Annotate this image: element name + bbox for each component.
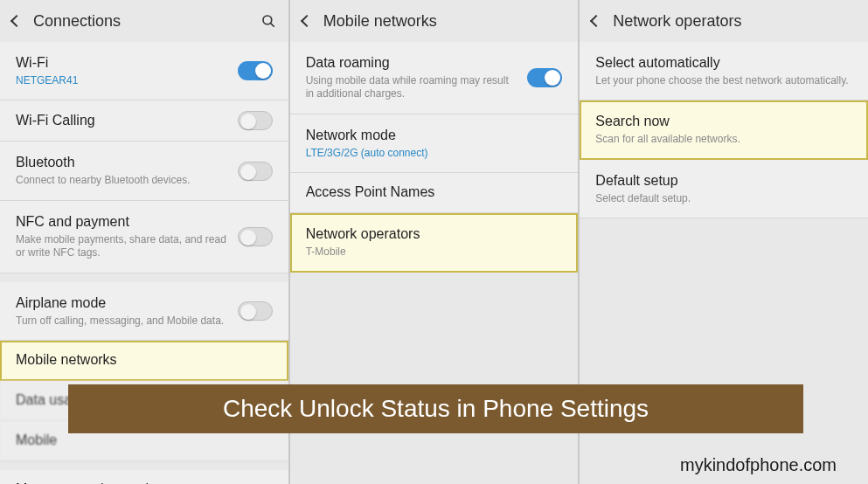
- item-title: Network operators: [306, 225, 563, 244]
- item-network-operators[interactable]: Network operators T-Mobile: [290, 213, 579, 272]
- item-text: Mobile networks: [16, 351, 273, 370]
- item-title: Search now: [595, 113, 852, 131]
- svg-point-0: [263, 16, 272, 24]
- back-icon[interactable]: [590, 15, 602, 27]
- wifi-calling-toggle[interactable]: [238, 111, 273, 130]
- item-title: Wi-Fi Calling: [16, 112, 227, 130]
- item-text: Access Point Names: [306, 183, 563, 202]
- item-sub: LTE/3G/2G (auto connect): [306, 147, 563, 161]
- header-title: Connections: [33, 12, 260, 31]
- header-network-operators: Network operators: [580, 0, 868, 42]
- airplane-toggle[interactable]: [238, 301, 273, 321]
- item-text: Airplane mode Turn off calling, messagin…: [16, 294, 227, 328]
- data-roaming-toggle[interactable]: [527, 68, 562, 87]
- bluetooth-toggle[interactable]: [238, 162, 273, 181]
- svg-line-1: [270, 24, 274, 27]
- item-text: Wi-Fi Calling: [16, 112, 227, 130]
- item-title: Default setup: [595, 172, 852, 190]
- item-default-setup[interactable]: Default setup Select default setup.: [580, 160, 868, 218]
- item-access-point-names[interactable]: Access Point Names: [290, 173, 579, 213]
- item-text: Search now Scan for all available networ…: [595, 113, 852, 146]
- item-title: Mobile: [16, 432, 273, 450]
- item-sub: Scan for all available networks.: [595, 133, 852, 147]
- item-sub: Select default setup.: [595, 192, 852, 206]
- item-title: Airplane mode: [16, 294, 227, 313]
- item-text: Network mode LTE/3G/2G (auto connect): [306, 127, 563, 160]
- item-mobile-networks[interactable]: Mobile networks: [0, 341, 288, 381]
- overlay-banner: Check Unlock Status in Phone Settings: [68, 384, 803, 433]
- header-connections: Connections: [0, 0, 288, 42]
- item-search-now[interactable]: Search now Scan for all available networ…: [580, 100, 868, 159]
- item-sub: Turn off calling, messaging, and Mobile …: [16, 315, 227, 328]
- header-mobile-networks: Mobile networks: [290, 0, 579, 42]
- item-wifi-calling[interactable]: Wi-Fi Calling: [0, 100, 288, 142]
- item-more-connection-settings[interactable]: More connection settings: [0, 470, 288, 484]
- search-icon[interactable]: [260, 13, 276, 29]
- watermark: mykindofphone.com: [680, 455, 837, 475]
- item-network-mode[interactable]: Network mode LTE/3G/2G (auto connect): [290, 114, 579, 173]
- item-title: Bluetooth: [16, 154, 227, 172]
- back-icon[interactable]: [301, 15, 313, 27]
- item-title: NFC and payment: [16, 213, 227, 232]
- item-title: More connection settings: [16, 481, 273, 484]
- item-data-roaming[interactable]: Data roaming Using mobile data while roa…: [290, 42, 579, 114]
- item-sub: Connect to nearby Bluetooth devices.: [16, 174, 227, 188]
- nfc-toggle[interactable]: [238, 227, 273, 246]
- item-text: More connection settings: [16, 481, 273, 484]
- item-sub: T-Mobile: [306, 245, 563, 259]
- item-bluetooth[interactable]: Bluetooth Connect to nearby Bluetooth de…: [0, 142, 288, 200]
- back-icon[interactable]: [10, 15, 23, 27]
- item-text: Network operators T-Mobile: [306, 225, 563, 259]
- header-title: Mobile networks: [323, 12, 566, 31]
- item-wifi[interactable]: Wi-Fi NETGEAR41: [0, 42, 288, 100]
- item-title: Select automatically: [595, 54, 852, 73]
- item-sub: Using mobile data while roaming may resu…: [306, 74, 517, 101]
- item-sub: NETGEAR41: [16, 74, 227, 88]
- item-sub: Let your phone choose the best network a…: [595, 74, 852, 88]
- item-airplane-mode[interactable]: Airplane mode Turn off calling, messagin…: [0, 282, 288, 341]
- item-title: Data roaming: [306, 54, 517, 73]
- item-text: NFC and payment Make mobile payments, sh…: [16, 213, 227, 260]
- item-sub: Make mobile payments, share data, and re…: [16, 233, 227, 260]
- item-title: Mobile networks: [16, 351, 273, 370]
- item-nfc-payment[interactable]: NFC and payment Make mobile payments, sh…: [0, 201, 288, 273]
- item-text: Mobile: [16, 432, 273, 450]
- item-title: Wi-Fi: [16, 54, 227, 73]
- item-title: Access Point Names: [306, 183, 563, 202]
- item-text: Bluetooth Connect to nearby Bluetooth de…: [16, 154, 227, 187]
- item-text: Default setup Select default setup.: [595, 172, 852, 205]
- item-select-automatically[interactable]: Select automatically Let your phone choo…: [580, 42, 868, 100]
- item-text: Wi-Fi NETGEAR41: [16, 54, 227, 87]
- wifi-toggle[interactable]: [238, 61, 273, 80]
- item-text: Select automatically Let your phone choo…: [595, 54, 852, 87]
- header-title: Network operators: [613, 12, 856, 31]
- item-title: Network mode: [306, 127, 563, 145]
- item-text: Data roaming Using mobile data while roa…: [306, 54, 517, 101]
